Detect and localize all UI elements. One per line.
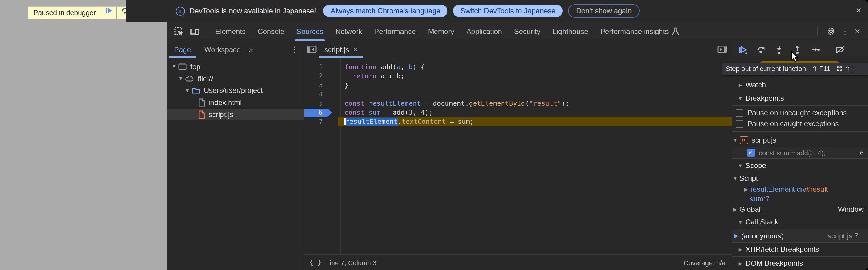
breakpoint-checkbox[interactable]: ✓	[747, 149, 754, 156]
breakpoint-badge[interactable]: 6	[304, 108, 340, 117]
var-value-node: div	[797, 185, 806, 193]
code-line-5[interactable]: 5const resultElement = document.getEleme…	[304, 99, 732, 108]
code-line-2[interactable]: 2 return a + b;	[304, 71, 732, 81]
section-watch[interactable]: ▶ Watch	[732, 78, 868, 92]
scope-global-row[interactable]: ▶ Global Window	[732, 204, 868, 215]
scope-script-row[interactable]: ▼ Script	[732, 172, 868, 184]
more-tabs-chevron-icon[interactable]: »	[249, 45, 253, 54]
line-number-gutter[interactable]: 4	[304, 90, 340, 99]
scope-var-sum[interactable]: sum: 7	[732, 194, 868, 204]
code-line-1[interactable]: 1function add(a, b) {	[304, 62, 732, 71]
editor-tab-scriptjs[interactable]: script.js ×	[319, 41, 364, 58]
pause-uncaught-checkbox[interactable]	[735, 109, 743, 117]
tab-sources[interactable]: Sources	[290, 22, 329, 41]
section-breakpoints[interactable]: ▼ Breakpoints	[732, 92, 868, 105]
inspect-icon	[174, 26, 184, 36]
breakpoint-entry[interactable]: ✓ const sum = add(3, 4); 6	[732, 147, 868, 158]
code-line-4[interactable]: 4	[304, 90, 732, 99]
always-match-language-button[interactable]: Always match Chrome's language	[323, 5, 448, 17]
tree-item-users-user-project[interactable]: ▼Users/user/project	[167, 85, 304, 96]
section-scope[interactable]: ▼ Scope	[732, 159, 868, 172]
step-button[interactable]	[806, 41, 824, 58]
code-line-6[interactable]: 6const sum = add(3, 4);	[304, 108, 732, 117]
tree-item-label: Users/user/project	[204, 86, 263, 95]
line-number-gutter[interactable]: 1	[304, 62, 340, 71]
tab-page[interactable]: Page	[167, 41, 198, 58]
token-var: sum	[369, 109, 381, 117]
devtools-toolbar: ElementsConsoleSourcesNetworkPerformance…	[167, 22, 868, 41]
tab-label: Security	[514, 27, 540, 35]
tab-label: Application	[466, 27, 502, 35]
var-value-id: #result	[806, 185, 828, 193]
close-devtools-icon[interactable]: ×	[855, 26, 860, 36]
pause-caught-checkbox[interactable]	[735, 120, 743, 128]
code-area[interactable]: 1function add(a, b) {2 return a + b;3}45…	[304, 58, 732, 254]
resume-button[interactable]	[734, 41, 751, 58]
tab-memory[interactable]: Memory	[422, 22, 461, 41]
tree-item-script-js[interactable]: script.js	[167, 109, 304, 120]
tab-label: Lighthouse	[552, 27, 588, 35]
tab-performance-insights[interactable]: Performance insights	[594, 22, 685, 41]
expanded-triangle-icon: ▼	[737, 96, 744, 101]
coverage-status: Coverage: n/a	[684, 259, 732, 266]
token-pl	[365, 109, 368, 117]
tree-item-top[interactable]: ▼top	[167, 61, 304, 72]
navigator-kebab-icon[interactable]: ⋮	[290, 46, 304, 53]
section-dom-breakpoints[interactable]: ▶ DOM Breakpoints	[732, 257, 868, 270]
line-number-gutter[interactable]: 2	[304, 71, 340, 81]
pause-uncaught-row[interactable]: Pause on uncaught exceptions	[732, 108, 868, 118]
step-over-button[interactable]	[751, 41, 770, 58]
file-gray-icon	[198, 98, 205, 107]
inspect-element-button[interactable]	[171, 26, 187, 36]
tree-item-label: file://	[198, 74, 213, 83]
tree-item-file-[interactable]: ▼file://	[167, 72, 304, 84]
pause-uncaught-label: Pause on uncaught exceptions	[747, 109, 847, 117]
editor-tab-close-icon[interactable]: ×	[353, 45, 358, 54]
tab-lighthouse[interactable]: Lighthouse	[546, 22, 594, 41]
scope-var-resultelement[interactable]: ▶ resultElement: div#result	[732, 184, 868, 194]
code-line-text: const sum = add(3, 4);	[340, 108, 433, 117]
tab-security[interactable]: Security	[508, 22, 547, 41]
breakpoint-file-group[interactable]: ▼ ‹› script.js	[732, 133, 868, 147]
line-number-gutter[interactable]: 3	[304, 81, 340, 90]
step-into-button[interactable]	[770, 41, 788, 58]
var-name: resultElement	[750, 185, 795, 193]
tab-workspace[interactable]: Workspace	[198, 41, 247, 58]
infobar-close-icon[interactable]: ×	[856, 5, 861, 16]
pause-caught-label: Pause on caught exceptions	[747, 120, 839, 128]
paused-banner-label: Paused in debugger	[29, 7, 101, 19]
toggle-device-toolbar-button[interactable]	[187, 27, 203, 36]
section-xhr-breakpoints[interactable]: ▶ XHR/fetch Breakpoints	[732, 243, 868, 256]
line-number-gutter[interactable]: 5	[304, 99, 340, 108]
tab-application[interactable]: Application	[460, 22, 508, 41]
tree-item-label: top	[190, 62, 200, 71]
toggle-debugger-sidebar-icon[interactable]	[717, 46, 727, 53]
tab-console[interactable]: Console	[252, 22, 290, 41]
switch-to-japanese-button[interactable]: Switch DevTools to Japanese	[453, 5, 563, 17]
section-callstack[interactable]: ▼ Call Stack	[732, 215, 868, 229]
tree-item-label: script.js	[209, 110, 233, 119]
tab-elements[interactable]: Elements	[209, 22, 252, 41]
tree-item-index-html[interactable]: index.html	[167, 96, 304, 108]
line-number: 4	[319, 90, 323, 99]
dont-show-again-button[interactable]: Don't show again	[568, 4, 640, 18]
deactivate-breakpoints-button[interactable]	[831, 41, 849, 58]
token-pl: ,	[401, 63, 409, 71]
code-line-text: }	[340, 81, 348, 90]
more-options-kebab-icon[interactable]: ⋮	[841, 27, 849, 35]
resume-script-button[interactable]	[101, 7, 117, 19]
line-number-gutter[interactable]: 7	[304, 117, 340, 126]
tab-label: Performance	[374, 27, 416, 35]
toggle-navigator-panel-icon[interactable]	[307, 46, 316, 53]
settings-gear-icon[interactable]	[827, 27, 836, 36]
expanded-triangle-icon: ▼	[732, 176, 738, 181]
code-line-7[interactable]: 7resultElement.textContent = sum;	[304, 117, 732, 126]
tab-network[interactable]: Network	[329, 22, 368, 41]
pause-caught-row[interactable]: Pause on caught exceptions	[732, 119, 868, 129]
navigator-tabbar: Page Workspace » ⋮	[167, 41, 304, 58]
pretty-print-icon[interactable]: { }	[309, 259, 321, 266]
callstack-frame-row[interactable]: (anonymous) script.js:7	[732, 229, 868, 242]
line-number: 5	[319, 99, 323, 108]
tab-performance[interactable]: Performance	[368, 22, 422, 41]
code-line-3[interactable]: 3}	[304, 81, 732, 90]
